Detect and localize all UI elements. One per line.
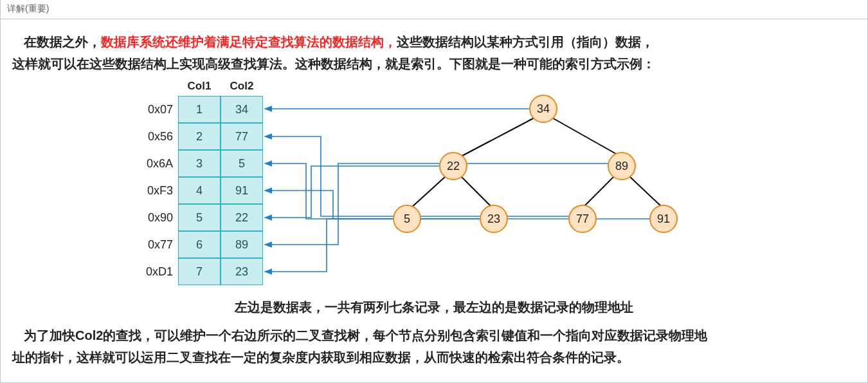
svg-text:89: 89: [615, 160, 628, 173]
svg-line-4: [582, 176, 614, 209]
para1-pre: 在数据之外，: [24, 35, 101, 49]
svg-line-3: [461, 176, 493, 209]
para1-emphasis: 数据库系统还维护着满足特定查找算法的数据结构，: [101, 35, 397, 49]
svg-line-1: [551, 117, 622, 157]
document-frame: 详解(重要) 在数据之外，数据库系统还维护着满足特定查找算法的数据结构，这些数据…: [0, 0, 868, 383]
svg-text:22: 22: [447, 160, 460, 173]
svg-text:77: 77: [576, 212, 589, 225]
paragraph-1-line-1: 在数据之外，数据库系统还维护着满足特定查找算法的数据结构，这些数据结构以某种方式…: [12, 31, 856, 53]
paragraph-2-line-1: 为了加快Col2的查找，可以维护一个右边所示的二叉查找树，每个节点分别包含索引键…: [12, 324, 856, 346]
svg-line-2: [410, 176, 446, 209]
tree-node-l: 22: [440, 153, 467, 180]
index-diagram: Col1 Col2 0x07 1 34 0x56 2 77 0x6A 3 5 0…: [113, 80, 755, 292]
tree-node-rl: 77: [569, 205, 596, 232]
tree-node-lr: 23: [480, 205, 507, 232]
tree-node-root: 34: [530, 95, 557, 122]
svg-text:5: 5: [404, 212, 410, 225]
svg-line-5: [629, 176, 664, 209]
section-title: 详解(重要): [1, 0, 867, 19]
para1-post: 这些数据结构以某种方式引用（指向）数据，: [397, 35, 654, 49]
svg-text:34: 34: [537, 102, 550, 115]
paragraph-1-line-2: 这样就可以在这些数据结构上实现高级查找算法。这种数据结构，就是索引。下图就是一种…: [12, 53, 856, 75]
paragraph-2-line-2: 址的指针，这样就可以运用二叉查找在一定的复杂度内获取到相应数据，从而快速的检索出…: [12, 346, 856, 368]
svg-line-0: [460, 117, 536, 157]
svg-text:23: 23: [487, 212, 500, 225]
content-body: 在数据之外，数据库系统还维护着满足特定查找算法的数据结构，这些数据结构以某种方式…: [1, 19, 867, 377]
tree-node-r: 89: [608, 153, 635, 180]
svg-text:91: 91: [657, 212, 670, 225]
tree-node-rr: 91: [650, 205, 677, 232]
diagram-svg: 34 22 89 5 2: [113, 80, 755, 292]
diagram-caption: 左边是数据表，一共有两列七条记录，最左边的是数据记录的物理地址: [12, 296, 856, 318]
tree-node-ll: 5: [393, 205, 420, 232]
